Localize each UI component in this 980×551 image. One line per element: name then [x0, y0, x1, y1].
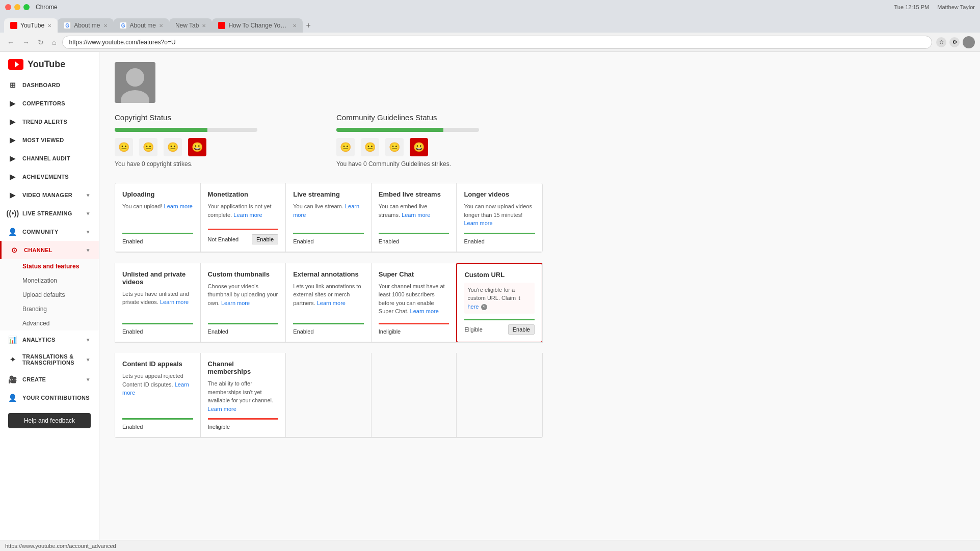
- analytics-icon: 📊: [8, 335, 17, 344]
- maximize-button[interactable]: [23, 4, 30, 10]
- sidebar-item-most-viewed[interactable]: ▶ MOST VIEWED: [0, 131, 99, 149]
- tab-close-about1[interactable]: ✕: [103, 23, 108, 29]
- traffic-lights[interactable]: [5, 4, 30, 10]
- chevron-create-icon: ▼: [86, 377, 91, 382]
- sidebar-item-create[interactable]: 🎥 CREATE ▼: [0, 370, 99, 389]
- status-longer-videos: Enabled: [464, 238, 484, 244]
- claim-here-link[interactable]: here: [467, 304, 479, 310]
- learn-more-live[interactable]: Learn more: [293, 203, 359, 218]
- sidebar-label-live-streaming: LIVE STREAMING: [22, 210, 72, 216]
- tab-howto-label: How To Change Youtube Chan...: [228, 22, 289, 29]
- feature-card-custom-url: Custom URL You're eligible for a custom …: [456, 263, 543, 343]
- url-text: https://www.youtube.com/features?o=U: [69, 39, 175, 46]
- sidebar-logo[interactable]: YouTube: [0, 52, 99, 76]
- cface-strike: 😀: [410, 138, 428, 156]
- sidebar-item-translations[interactable]: ✦ TRANSLATIONS & TRANSCRIPTIONS ▼: [0, 349, 99, 370]
- sub-advanced[interactable]: Advanced: [0, 316, 99, 330]
- close-button[interactable]: [5, 4, 11, 10]
- tab-close-newtab[interactable]: ✕: [202, 23, 206, 29]
- feature-desc-annotations: Lets you link annotations to external si…: [293, 282, 364, 318]
- sidebar-item-achievements[interactable]: ▶ ACHIEVEMENTS: [0, 168, 99, 186]
- sub-monetization[interactable]: Monetization: [0, 273, 99, 288]
- sidebar-item-community[interactable]: 👤 COMMUNITY ▼: [0, 223, 99, 241]
- address-icons: ☆ ⚙: [936, 36, 975, 48]
- learn-more-annotations[interactable]: Learn more: [317, 300, 346, 306]
- feature-desc-thumbnails: Choose your video's thumbnail by uploadi…: [208, 282, 279, 318]
- feature-footer-thumbnails: Enabled: [208, 323, 279, 335]
- sidebar-item-trend-alerts[interactable]: ▶ TREND ALERTS: [0, 113, 99, 131]
- tab-about1[interactable]: G About me ✕: [58, 18, 113, 33]
- cface-ok-1: 😐: [336, 138, 355, 156]
- sub-upload-defaults[interactable]: Upload defaults: [0, 288, 99, 302]
- feature-footer-unlisted: Enabled: [122, 323, 193, 335]
- learn-more-unlisted[interactable]: Learn more: [160, 299, 189, 305]
- tab-about2[interactable]: G About me ✕: [114, 18, 169, 33]
- community-guidelines-section: Community Guidelines Status 😐 😐 😐 😀 You …: [336, 113, 543, 168]
- most-viewed-icon: ▶: [8, 135, 17, 145]
- status-custom-url: Eligible: [464, 326, 482, 333]
- yt-favicon: [10, 22, 17, 29]
- feature-card-live-streaming: Live streaming You can live stream. Lear…: [286, 183, 372, 252]
- feature-card-monetization: Monetization Your application is not yet…: [201, 183, 286, 252]
- learn-more-embed-live[interactable]: Learn more: [402, 212, 430, 218]
- feature-card-empty-1: [286, 353, 372, 437]
- status-monetization: Not Enabled: [208, 236, 239, 242]
- tab-youtube[interactable]: YouTube ✕: [4, 18, 58, 33]
- chevron-analytics-icon: ▼: [86, 337, 91, 343]
- tab-close-youtube[interactable]: ✕: [47, 23, 51, 29]
- help-feedback-button[interactable]: Help and feedback: [8, 413, 91, 428]
- sidebar-label-video-manager: VIDEO MANAGER: [22, 192, 72, 198]
- feature-card-empty-3: [457, 353, 542, 437]
- yt-logo-text: YouTube: [28, 59, 65, 70]
- sidebar-item-competitors[interactable]: ▶ COMPETITORS: [0, 94, 99, 113]
- reload-button[interactable]: ↻: [36, 37, 46, 47]
- back-button[interactable]: ←: [5, 37, 16, 47]
- sidebar-item-your-contributions[interactable]: 👤 YOUR CONTRIBUTIONS: [0, 389, 99, 407]
- forward-button[interactable]: →: [20, 37, 32, 47]
- sidebar-item-dashboard[interactable]: ⊞ DASHBOARD: [0, 76, 99, 94]
- feature-card-longer-videos: Longer videos You can now upload videos …: [457, 183, 542, 252]
- tab-close-howto[interactable]: ✕: [293, 23, 297, 29]
- home-button[interactable]: ⌂: [50, 37, 58, 47]
- feature-title-super-chat: Super Chat: [379, 270, 449, 278]
- tab-newtab[interactable]: New Tab ✕: [169, 18, 212, 33]
- chevron-channel-icon: ▼: [86, 247, 91, 253]
- status-super-chat: Ineligible: [379, 328, 401, 335]
- tab-close-about2[interactable]: ✕: [159, 23, 163, 29]
- bottom-status-bar: https://www.youtube.com/account_advanced: [0, 540, 980, 551]
- learn-more-longer[interactable]: Learn more: [464, 220, 492, 226]
- sidebar-item-live-streaming[interactable]: ((•)) LIVE STREAMING ▼: [0, 204, 99, 223]
- user-avatar[interactable]: [963, 36, 975, 48]
- learn-more-content-id[interactable]: Learn more: [122, 381, 189, 396]
- feature-title-longer-videos: Longer videos: [464, 190, 535, 198]
- sidebar-item-channel[interactable]: ⊙ CHANNEL ▼: [0, 241, 99, 259]
- bookmark-icon[interactable]: ☆: [936, 37, 946, 47]
- sidebar-item-analytics[interactable]: 📊 ANALYTICS ▼: [0, 330, 99, 349]
- tab-howto[interactable]: How To Change Youtube Chan... ✕: [212, 18, 303, 33]
- feature-title-thumbnails: Custom thumbnails: [208, 270, 279, 278]
- g-favicon-1: G: [64, 22, 71, 29]
- url-bar[interactable]: https://www.youtube.com/features?o=U: [62, 36, 932, 49]
- learn-more-uploading[interactable]: Learn more: [164, 203, 193, 209]
- sidebar-item-video-manager[interactable]: ▶ VIDEO MANAGER ▼: [0, 186, 99, 204]
- learn-more-memberships[interactable]: Learn more: [208, 406, 236, 412]
- learn-more-super-chat[interactable]: Learn more: [410, 308, 439, 314]
- tab-bar: YouTube ✕ G About me ✕ G About me ✕ New …: [0, 14, 980, 33]
- extension-icon[interactable]: ⚙: [949, 37, 960, 47]
- minimize-button[interactable]: [14, 4, 20, 10]
- enable-monetization-button[interactable]: Enable: [252, 234, 278, 244]
- new-tab-button[interactable]: +: [303, 18, 313, 33]
- status-uploading: Enabled: [122, 238, 143, 244]
- sub-branding[interactable]: Branding: [0, 302, 99, 316]
- enable-custom-url-button[interactable]: Enable: [508, 324, 535, 335]
- chevron-down-icon: ▼: [86, 192, 91, 198]
- chevron-live-icon: ▼: [86, 211, 91, 216]
- learn-more-monetization[interactable]: Learn more: [233, 212, 262, 218]
- feature-footer-super-chat: Ineligible: [379, 323, 449, 335]
- channel-audit-icon: ▶: [8, 154, 17, 163]
- feature-card-content-id: Content ID appeals Lets you appeal rejec…: [115, 353, 201, 437]
- learn-more-thumbnails[interactable]: Learn more: [221, 300, 250, 306]
- sub-status-features[interactable]: Status and features: [0, 259, 99, 273]
- face-ok-1: 😐: [115, 138, 133, 156]
- sidebar-item-channel-audit[interactable]: ▶ CHANNEL AUDIT: [0, 149, 99, 168]
